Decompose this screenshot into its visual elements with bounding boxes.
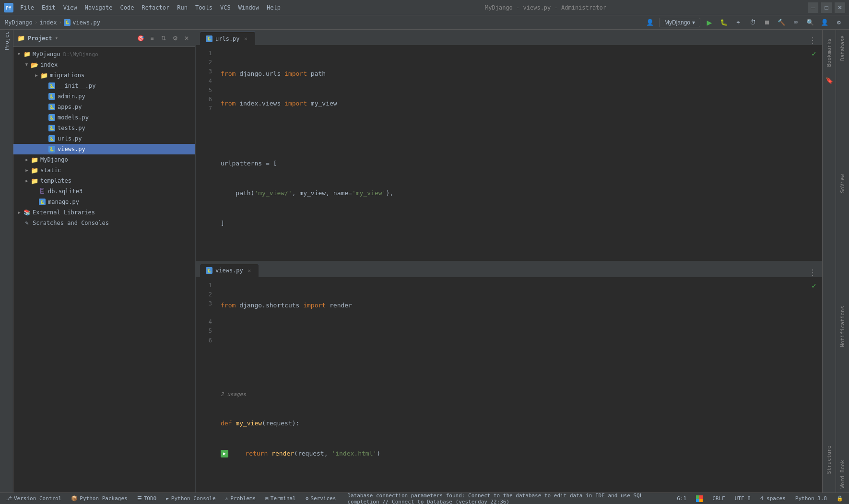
- coverage-button[interactable]: ☂: [733, 17, 743, 28]
- py-file-icon: 🐍: [48, 82, 56, 90]
- tree-label-init: __init__.py: [58, 82, 95, 89]
- locate-file-button[interactable]: 🎯: [136, 34, 145, 43]
- structure-panel-label[interactable]: Structure: [824, 442, 834, 478]
- profile-run-button[interactable]: ⏱: [747, 17, 758, 28]
- wordbook-panel-toggle[interactable]: Word Book: [837, 456, 848, 492]
- project-run-dropdown[interactable]: MyDjango ▾: [659, 18, 700, 27]
- indent[interactable]: 4 spaces: [758, 495, 788, 502]
- tree-item-manage[interactable]: 🐍 manage.py: [13, 197, 195, 207]
- tab-close-urls[interactable]: ✕: [243, 35, 249, 42]
- stop-button[interactable]: ⏹: [762, 17, 772, 28]
- tree-item-apps[interactable]: 🐍 apps.py: [13, 102, 195, 112]
- app-logo: PY: [4, 3, 13, 12]
- tree-item-db[interactable]: 🗄 db.sqlite3: [13, 186, 195, 197]
- charset[interactable]: UTF-8: [733, 495, 753, 502]
- bookmarks-panel-label[interactable]: Bookmarks: [824, 35, 834, 71]
- profile-icon[interactable]: 👤: [645, 17, 655, 28]
- terminal-panel[interactable]: ⊞ Terminal: [263, 495, 298, 502]
- menu-edit[interactable]: Edit: [39, 3, 59, 12]
- tree-item-mydjango-pkg[interactable]: ▶ 📁 MyDjango: [13, 154, 195, 165]
- run-gutter-icon[interactable]: ▶: [221, 450, 228, 457]
- services-panel[interactable]: ⚙ Services: [304, 495, 338, 502]
- debug-button[interactable]: 🐛: [719, 17, 729, 28]
- tree-item-static[interactable]: ▶ 📁 static: [13, 165, 195, 176]
- run-button[interactable]: ▶: [704, 17, 715, 28]
- libs-icon: 📚: [23, 209, 31, 216]
- tree-item-tests[interactable]: 🐍 tests.py: [13, 123, 195, 133]
- tab-label-urls: urls.py: [215, 35, 240, 42]
- collapse-all-button[interactable]: ≡: [147, 34, 157, 43]
- editor-bottom-menu[interactable]: ⋮: [807, 268, 818, 277]
- line-ending[interactable]: CRLF: [710, 495, 727, 502]
- tree-label-templates: templates: [40, 177, 71, 184]
- sidebar-settings-button[interactable]: ⚙: [170, 34, 180, 43]
- color-scheme-icon[interactable]: [694, 495, 705, 502]
- version-control-panel[interactable]: ⎇ Version Control: [4, 495, 63, 502]
- menu-view[interactable]: View: [60, 3, 80, 12]
- tree-item-mydjango[interactable]: ▶ 📁 MyDjango D:\MyDjango: [13, 49, 195, 59]
- minimize-button[interactable]: ─: [808, 2, 818, 13]
- menu-window[interactable]: Window: [236, 3, 262, 12]
- database-panel-toggle[interactable]: Database: [837, 32, 848, 65]
- tree-item-views[interactable]: 🐍 views.py: [13, 144, 195, 154]
- tree-item-models[interactable]: 🐍 models.py: [13, 112, 195, 123]
- breadcrumb-mydjango[interactable]: MyDjango: [5, 19, 33, 26]
- cursor-position[interactable]: 6:1: [675, 495, 688, 502]
- tree-item-admin[interactable]: 🐍 admin.py: [13, 91, 195, 102]
- menu-help[interactable]: Help: [264, 3, 283, 12]
- sort-button[interactable]: ⇅: [159, 34, 168, 43]
- tab-close-views[interactable]: ✕: [246, 267, 253, 274]
- editor-top-menu[interactable]: ⋮: [807, 36, 818, 45]
- menu-tools[interactable]: Tools: [192, 3, 215, 12]
- right-panel: Database SoView Notifications Word Book: [836, 30, 849, 492]
- py-file-icon: 🐍: [48, 124, 56, 132]
- menu-navigate[interactable]: Navigate: [82, 3, 116, 12]
- python-console-panel[interactable]: ► Python Console: [164, 495, 217, 502]
- expand-icon: ▶: [15, 50, 23, 58]
- maximize-button[interactable]: □: [821, 2, 832, 13]
- breadcrumb-index[interactable]: index: [39, 19, 57, 26]
- search-button[interactable]: 🔍: [805, 17, 815, 28]
- problems-panel[interactable]: ⚠ Problems: [224, 495, 258, 502]
- python-version[interactable]: Python 3.8: [793, 495, 829, 502]
- close-button[interactable]: ✕: [835, 2, 845, 13]
- structure-section: Structure: [824, 442, 834, 478]
- project-panel-toggle[interactable]: Project: [1, 34, 12, 45]
- sidebar-close-button[interactable]: ✕: [182, 34, 191, 43]
- tree-item-urls[interactable]: 🐍 urls.py: [13, 133, 195, 144]
- code-top[interactable]: from django.urls import path from index.…: [215, 45, 822, 261]
- tab-views-py[interactable]: 🐍 views.py ✕: [200, 264, 259, 277]
- menu-code[interactable]: Code: [118, 3, 137, 12]
- editor-top-tabs: 🐍 urls.py ✕ ⋮: [196, 30, 822, 45]
- lock-icon[interactable]: 🔒: [835, 495, 845, 502]
- menu-run[interactable]: Run: [174, 3, 190, 12]
- notifications-panel-toggle[interactable]: Notifications: [837, 302, 848, 351]
- build-button[interactable]: 🔨: [776, 17, 787, 28]
- tree-path: D:\MyDjango: [63, 51, 98, 58]
- translate-button[interactable]: ⌨: [790, 17, 801, 28]
- dropdown-chevron-icon: ▾: [55, 35, 59, 41]
- tab-urls-py[interactable]: 🐍 urls.py ✕: [200, 32, 256, 45]
- left-panel-tab: Project: [0, 30, 13, 492]
- expand-icon: ▶: [23, 177, 31, 185]
- project-sidebar: 📁 Project ▾ 🎯 ≡ ⇅ ⚙ ✕ ▶ 📁 MyDjango D:\My…: [13, 30, 196, 492]
- tree-item-templates[interactable]: ▶ 📁 templates: [13, 176, 195, 186]
- tree-item-index[interactable]: ▶ 📂 index: [13, 59, 195, 70]
- python-packages-panel[interactable]: 📦 Python Packages: [69, 495, 129, 502]
- breadcrumb-filename[interactable]: views.py: [72, 19, 100, 26]
- tree-item-external-libs[interactable]: ▶ 📚 External Libraries: [13, 207, 195, 218]
- main-area: Project 📁 Project ▾ 🎯 ≡ ⇅ ⚙ ✕ ▶ 📁 MyDjan…: [0, 30, 849, 492]
- menu-vcs[interactable]: VCS: [217, 3, 234, 12]
- menu-refactor[interactable]: Refactor: [139, 3, 172, 12]
- settings-icon[interactable]: ⚙: [834, 17, 844, 28]
- bookmark-icon[interactable]: 🔖: [825, 77, 833, 84]
- code-bottom[interactable]: from django.shortcuts import render 2 us…: [215, 277, 822, 493]
- soview-panel-toggle[interactable]: SoView: [837, 170, 848, 197]
- tree-item-scratches[interactable]: ✎ Scratches and Consoles: [13, 218, 195, 228]
- user-settings-icon[interactable]: 👤: [819, 17, 830, 28]
- menu-file[interactable]: File: [17, 3, 37, 12]
- tree-item-migrations[interactable]: ▶ 📁 migrations: [13, 70, 195, 81]
- titlebar: PY File Edit View Navigate Code Refactor…: [0, 0, 849, 15]
- todo-panel[interactable]: ☰ TODO: [135, 495, 159, 502]
- tree-item-init[interactable]: 🐍 __init__.py: [13, 81, 195, 91]
